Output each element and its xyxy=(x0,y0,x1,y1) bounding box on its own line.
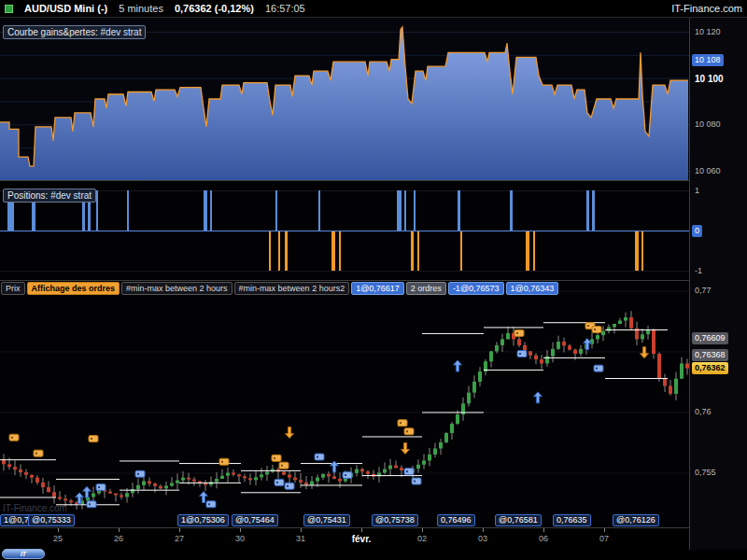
sell-tag-marker[interactable] xyxy=(404,428,414,435)
up-candle xyxy=(500,339,504,345)
buy-arrow-marker[interactable] xyxy=(331,461,339,472)
indicator-chip[interactable]: 1@0,76617 xyxy=(351,282,404,295)
date-tick xyxy=(422,528,423,532)
sell-tag-marker[interactable] xyxy=(89,436,98,442)
order-price-chip[interactable]: 1@0,75306 xyxy=(177,514,229,526)
date-label: 25 xyxy=(53,534,63,543)
up-candle xyxy=(551,349,555,357)
order-price-chip[interactable]: @0,76581 xyxy=(495,514,542,526)
order-price-chip[interactable]: @0,75431 xyxy=(303,514,350,526)
instrument-status-icon xyxy=(5,5,13,13)
sell-tag-marker[interactable] xyxy=(219,458,229,465)
date-label: 27 xyxy=(175,534,184,543)
order-price-chip[interactable]: 0,76635 xyxy=(553,514,591,526)
up-candle xyxy=(321,474,325,478)
positions-panel[interactable]: Positions: #dev strat xyxy=(0,181,689,280)
order-price-chip[interactable]: @0,75738 xyxy=(372,514,418,526)
buy-tag-marker[interactable] xyxy=(517,351,527,357)
down-candle xyxy=(187,478,190,480)
down-candle xyxy=(299,480,303,483)
trading-platform-window: AUD/USD Mini (-) 5 minutes 0,76362 (-0,1… xyxy=(0,0,747,560)
up-candle xyxy=(607,327,611,330)
buy-arrow-marker[interactable] xyxy=(534,392,543,403)
equity-axis-label: 10 080 xyxy=(695,119,721,129)
down-candle xyxy=(35,478,39,483)
down-candle xyxy=(41,483,45,487)
buy-tag-marker[interactable] xyxy=(96,484,106,491)
timeframe-label[interactable]: 5 minutes xyxy=(119,3,163,14)
sell-tag-marker[interactable] xyxy=(34,450,43,456)
equity-curve-panel[interactable]: Courbe gains&pertes: #dev strat xyxy=(0,18,689,180)
down-candle xyxy=(669,385,672,393)
long-position-bar xyxy=(127,190,129,231)
up-candle xyxy=(579,349,583,354)
buy-tag-marker[interactable] xyxy=(315,454,324,460)
buy-tag-marker[interactable] xyxy=(412,478,421,484)
instrument-name[interactable]: AUD/USD Mini (-) xyxy=(24,3,107,14)
price-chart-panel[interactable]: PrixAffichage des ordres#min-max between… xyxy=(0,281,689,527)
sell-tag-marker[interactable] xyxy=(272,455,281,461)
date-label: 26 xyxy=(114,534,123,543)
date-label: 07 xyxy=(599,534,609,543)
date-tick xyxy=(543,528,544,532)
equity-indicator-label[interactable]: Courbe gains&pertes: #dev strat xyxy=(3,25,146,39)
down-candle xyxy=(529,351,532,355)
indicator-chip[interactable]: 2 ordres xyxy=(406,282,446,295)
up-candle xyxy=(355,469,359,473)
buy-arrow-marker[interactable] xyxy=(83,486,92,497)
indicator-chip[interactable]: Prix xyxy=(1,282,25,295)
buy-tag-marker[interactable] xyxy=(404,469,414,475)
up-candle xyxy=(456,414,459,424)
buy-tag-marker[interactable] xyxy=(135,470,145,477)
sell-tag-marker[interactable] xyxy=(514,329,524,336)
buy-tag-marker[interactable] xyxy=(87,501,96,508)
down-candle xyxy=(562,342,566,345)
date-tick xyxy=(58,528,59,532)
long-position-bar xyxy=(210,190,212,231)
up-candle xyxy=(226,472,230,475)
order-price-chip[interactable]: @0,76126 xyxy=(613,514,659,526)
buy-tag-marker[interactable] xyxy=(206,501,216,508)
time-axis[interactable]: 2526273031févr.02030607 xyxy=(0,528,689,550)
down-candle xyxy=(148,482,151,484)
buy-tag-marker[interactable] xyxy=(343,472,352,479)
equity-chart[interactable] xyxy=(0,18,689,180)
sell-tag-marker[interactable] xyxy=(398,420,407,427)
buy-tag-marker[interactable] xyxy=(275,479,284,485)
indicator-chip[interactable]: -1@0,76573 xyxy=(448,282,504,295)
up-candle xyxy=(254,477,258,480)
indicator-chip[interactable]: #min-max between 2 hours2 xyxy=(234,282,350,295)
buy-tag-marker[interactable] xyxy=(594,365,603,371)
down-candle xyxy=(568,345,571,349)
sell-arrow-marker[interactable] xyxy=(641,347,649,358)
indicator-chip[interactable]: 1@0,76343 xyxy=(506,282,559,295)
title-bar: AUD/USD Mini (-) 5 minutes 0,76362 (-0,1… xyxy=(0,0,747,17)
sell-tag-marker[interactable] xyxy=(592,327,601,333)
date-tick xyxy=(240,528,241,532)
equity-axis-label: 10 100 xyxy=(695,74,724,84)
down-candle xyxy=(69,500,73,502)
down-candle xyxy=(47,487,50,492)
buy-tag-marker[interactable] xyxy=(285,483,294,489)
up-candle xyxy=(624,317,627,320)
sell-tag-marker[interactable] xyxy=(9,434,19,441)
price-scale-column[interactable]: 10 12010 10010 08010 06010 1081-100,770,… xyxy=(689,18,747,550)
indicator-chip[interactable]: #min-max between 2 hours xyxy=(121,282,233,295)
sell-tag-marker[interactable] xyxy=(279,462,289,469)
positions-chart[interactable] xyxy=(0,181,689,280)
order-price-chip[interactable]: @0,75464 xyxy=(232,514,278,526)
up-candle xyxy=(176,481,179,483)
sell-arrow-marker[interactable] xyxy=(286,427,294,439)
price-chart[interactable] xyxy=(0,281,689,527)
indicator-chip[interactable]: Affichage des ordres xyxy=(27,282,120,295)
long-position-bar xyxy=(458,190,460,231)
positions-axis-value-chip: 0 xyxy=(692,225,702,237)
positions-indicator-label[interactable]: Positions: #dev strat xyxy=(3,189,96,203)
order-price-chip[interactable]: 0,76496 xyxy=(437,514,475,526)
sell-arrow-marker[interactable] xyxy=(402,442,410,454)
itfinance-logo-button[interactable]: IT xyxy=(2,549,45,559)
last-quote: 0,76362 (-0,12%) xyxy=(175,3,254,14)
order-price-chip[interactable]: @0,75333 xyxy=(28,514,75,526)
down-candle xyxy=(540,359,543,363)
buy-arrow-marker[interactable] xyxy=(454,360,462,371)
